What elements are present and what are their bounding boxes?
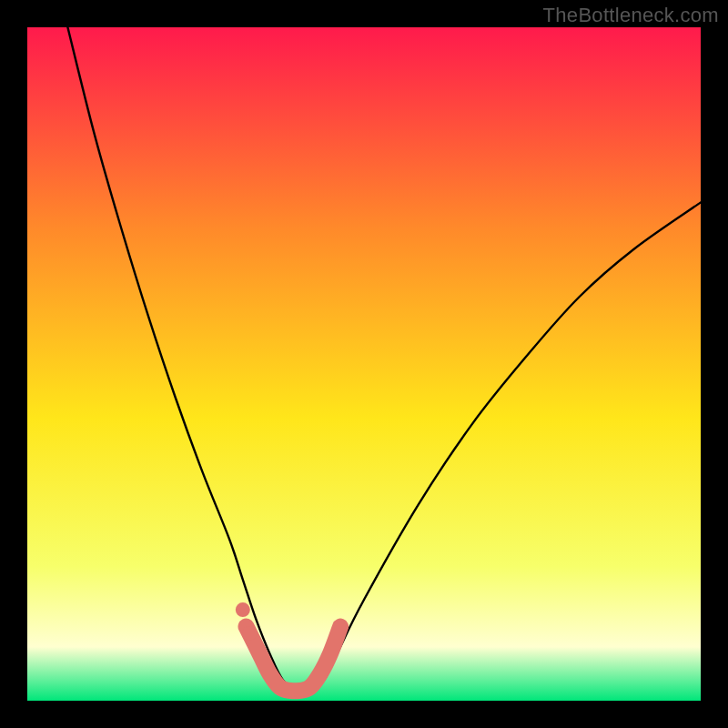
plot-area [27,27,701,701]
watermark-credit: TheBottleneck.com [543,4,719,27]
chart-svg [27,27,701,701]
chart-frame: TheBottleneck.com [0,0,728,728]
marker-dot [236,602,250,617]
marker-dot [242,626,257,641]
